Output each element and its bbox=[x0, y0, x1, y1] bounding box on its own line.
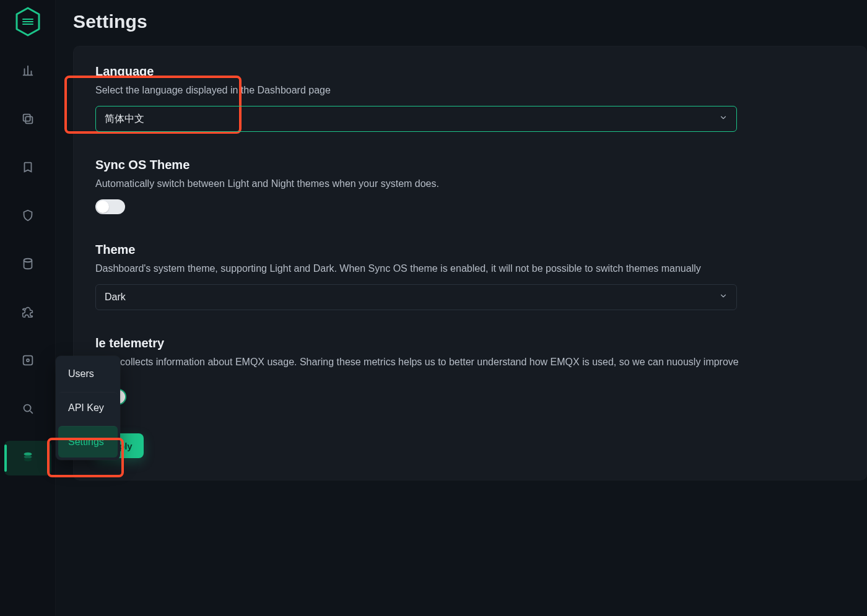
sidebar-item-extensions[interactable] bbox=[4, 344, 51, 379]
language-select-value: 简体中文 bbox=[105, 113, 144, 126]
app-root: Settings Language Select the language di… bbox=[0, 0, 867, 616]
section-sync-theme: Sync OS Theme Automatically switch betwe… bbox=[95, 158, 845, 217]
section-title-language: Language bbox=[95, 64, 845, 79]
svg-point-2 bbox=[24, 259, 32, 262]
section-title-sync-theme: Sync OS Theme bbox=[95, 158, 845, 172]
section-desc-theme: Dashboard's system theme, supporting Lig… bbox=[95, 263, 746, 274]
section-title-telemetry: le telemetry bbox=[95, 336, 845, 350]
stack-icon bbox=[21, 450, 35, 466]
svg-point-5 bbox=[24, 405, 30, 412]
svg-point-8 bbox=[24, 458, 32, 462]
section-title-theme: Theme bbox=[95, 243, 845, 257]
submenu-item-users[interactable]: Users bbox=[58, 358, 118, 389]
submenu-item-api-key[interactable]: API Key bbox=[58, 392, 118, 423]
section-language: Language Select the language displayed i… bbox=[95, 64, 845, 132]
section-desc-language: Select the language displayed in the Das… bbox=[95, 85, 746, 96]
sidebar bbox=[0, 0, 56, 616]
sidebar-item-bookmark[interactable] bbox=[4, 151, 51, 186]
sidebar-item-diagnostics[interactable] bbox=[4, 393, 51, 427]
sidebar-item-security[interactable] bbox=[4, 199, 51, 234]
sidebar-item-overview[interactable] bbox=[4, 54, 51, 89]
toggle-knob bbox=[97, 201, 109, 213]
system-submenu: Users API Key Settings bbox=[56, 356, 120, 460]
theme-select[interactable]: Dark bbox=[95, 284, 737, 310]
section-desc-sync-theme: Automatically switch between Light and N… bbox=[95, 178, 746, 189]
section-theme: Theme Dashboard's system theme, supporti… bbox=[95, 243, 845, 310]
content: Language Select the language displayed i… bbox=[56, 40, 867, 499]
database-icon bbox=[21, 257, 35, 273]
bookmark-icon bbox=[21, 160, 35, 176]
language-select[interactable]: 简体中文 bbox=[95, 106, 737, 132]
section-desc-telemetry: netry collects information about EMQX us… bbox=[95, 357, 746, 379]
search-icon bbox=[21, 402, 35, 418]
settings-card: Language Select the language displayed i… bbox=[73, 46, 867, 480]
svg-rect-1 bbox=[25, 116, 32, 123]
sidebar-item-layers[interactable] bbox=[4, 103, 51, 137]
theme-select-value: Dark bbox=[105, 292, 126, 303]
svg-rect-0 bbox=[23, 115, 30, 121]
chevron-down-icon bbox=[719, 113, 728, 124]
sidebar-nav bbox=[0, 54, 55, 475]
app-logo bbox=[12, 6, 43, 37]
sidebar-item-system[interactable] bbox=[4, 441, 51, 475]
chart-icon bbox=[21, 64, 35, 80]
page-title: Settings bbox=[73, 11, 850, 32]
section-telemetry: le telemetry netry collects information … bbox=[95, 336, 845, 407]
submenu-item-settings[interactable]: Settings bbox=[58, 426, 118, 458]
main: Settings Language Select the language di… bbox=[56, 0, 867, 616]
sidebar-item-data[interactable] bbox=[4, 248, 51, 282]
page-header: Settings bbox=[56, 0, 867, 40]
svg-rect-3 bbox=[23, 356, 32, 365]
chevron-down-icon bbox=[719, 292, 728, 303]
layers-icon bbox=[21, 112, 35, 128]
shield-icon bbox=[21, 209, 35, 225]
actions: Apply bbox=[95, 433, 845, 458]
sidebar-item-plugins[interactable] bbox=[4, 296, 51, 331]
plugin-icon bbox=[21, 305, 35, 321]
sync-theme-toggle[interactable] bbox=[95, 199, 125, 214]
svg-point-4 bbox=[26, 359, 28, 362]
puzzle-icon bbox=[21, 354, 35, 370]
